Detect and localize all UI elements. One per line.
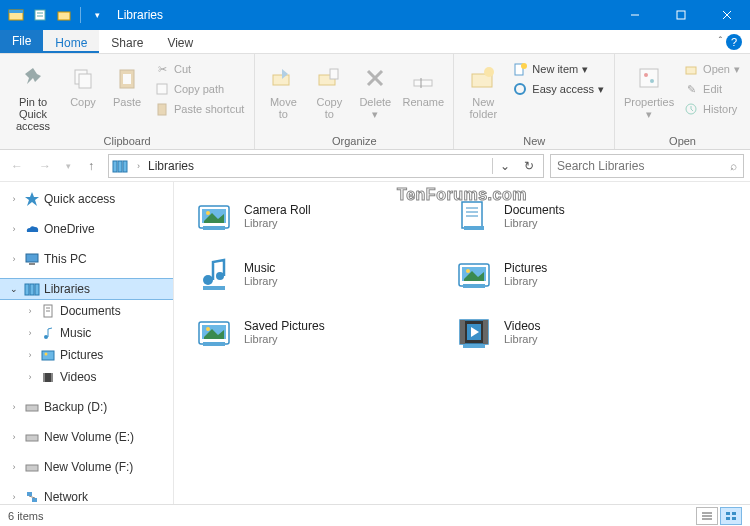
svg-rect-99 <box>463 344 485 348</box>
pin-to-quick-access-button[interactable]: Pin to Quick access <box>6 58 60 132</box>
address-history-button[interactable]: ⌄ <box>497 159 513 173</box>
collapse-ribbon-button[interactable]: ˆ <box>719 36 722 47</box>
tree-backup-d[interactable]: ›Backup (D:) <box>0 396 173 418</box>
copy-path-button[interactable]: Copy path <box>150 80 248 98</box>
paste-button[interactable]: Paste <box>106 58 148 108</box>
new-item-button[interactable]: New item ▾ <box>508 60 608 78</box>
qat-customize-icon[interactable]: ▾ <box>85 3 109 27</box>
tree-lib-videos[interactable]: ›Videos <box>0 366 173 388</box>
tree-newvol-f[interactable]: ›New Volume (F:) <box>0 456 173 478</box>
close-button[interactable] <box>704 0 750 30</box>
cut-button[interactable]: ✂Cut <box>150 60 248 78</box>
tree-this-pc[interactable]: ›This PC <box>0 248 173 270</box>
copy-path-icon <box>154 81 170 97</box>
paste-icon <box>111 62 143 94</box>
nav-recent-button[interactable]: ▾ <box>62 155 74 177</box>
address-bar[interactable]: › Libraries ⌄ ↻ <box>108 154 544 178</box>
view-large-icons-button[interactable] <box>720 507 742 525</box>
tab-home[interactable]: Home <box>43 30 99 53</box>
videos-lib-icon <box>454 312 494 352</box>
saved-pictures-icon <box>194 312 234 352</box>
content-area: ›Quick access ›OneDrive ›This PC ⌄Librar… <box>0 182 750 504</box>
svg-point-57 <box>44 335 48 339</box>
svg-rect-47 <box>123 161 127 172</box>
history-button[interactable]: History <box>679 100 744 118</box>
tree-onedrive[interactable]: ›OneDrive <box>0 218 173 240</box>
svg-rect-106 <box>732 517 736 520</box>
libraries-icon <box>111 157 129 175</box>
qat-newfolder-icon[interactable] <box>52 3 76 27</box>
tab-file[interactable]: File <box>0 30 43 53</box>
help-icon[interactable]: ? <box>726 34 742 50</box>
move-to-icon <box>267 62 299 94</box>
tree-lib-music[interactable]: ›Music <box>0 322 173 344</box>
new-folder-button[interactable]: New folder <box>460 58 506 120</box>
search-input[interactable]: Search Libraries ⌕ <box>550 154 744 178</box>
status-bar: 6 items <box>0 504 750 526</box>
tree-lib-documents[interactable]: ›Documents <box>0 300 173 322</box>
tab-share[interactable]: Share <box>99 30 155 53</box>
explorer-icon <box>4 3 28 27</box>
delete-button[interactable]: Delete▾ <box>353 58 397 120</box>
qat-properties-icon[interactable] <box>28 3 52 27</box>
edit-button[interactable]: ✎Edit <box>679 80 744 98</box>
tree-lib-pictures[interactable]: ›Pictures <box>0 344 173 366</box>
tab-view[interactable]: View <box>155 30 205 53</box>
svg-point-24 <box>484 67 494 77</box>
paste-shortcut-button[interactable]: Paste shortcut <box>150 100 248 118</box>
item-videos[interactable]: VideosLibrary <box>454 312 714 352</box>
item-pictures[interactable]: PicturesLibrary <box>454 254 714 294</box>
easy-access-button[interactable]: Easy access ▾ <box>508 80 608 98</box>
item-saved-pictures[interactable]: Saved PicturesLibrary <box>194 312 454 352</box>
view-details-button[interactable] <box>696 507 718 525</box>
svg-rect-95 <box>460 320 465 344</box>
properties-button[interactable]: Properties▾ <box>621 58 677 120</box>
chevron-right-icon[interactable]: › <box>133 161 144 171</box>
group-label-open: Open <box>621 133 744 147</box>
svg-rect-18 <box>330 69 338 79</box>
item-camera-roll[interactable]: Camera RollLibrary <box>194 196 454 236</box>
move-to-button[interactable]: Move to <box>261 58 305 120</box>
svg-rect-49 <box>26 254 38 262</box>
copy-button[interactable]: Copy <box>62 58 104 108</box>
document-icon <box>39 302 57 320</box>
svg-rect-15 <box>158 104 166 115</box>
camera-roll-icon <box>194 196 234 236</box>
files-pane[interactable]: TenForums.com Camera RollLibrary Documen… <box>174 182 750 504</box>
tree-libraries[interactable]: ⌄Libraries <box>0 278 173 300</box>
network-icon <box>23 488 41 504</box>
svg-point-27 <box>515 84 525 94</box>
open-button[interactable]: Open ▾ <box>679 60 744 78</box>
nav-back-button[interactable]: ← <box>6 155 28 177</box>
svg-rect-46 <box>118 161 122 172</box>
svg-rect-1 <box>9 10 23 13</box>
address-segment[interactable]: Libraries <box>148 159 194 173</box>
svg-rect-65 <box>26 465 38 471</box>
tree-network[interactable]: ›Network <box>0 486 173 504</box>
nav-forward-button[interactable]: → <box>34 155 56 177</box>
svg-rect-66 <box>27 492 32 496</box>
music-icon <box>39 324 57 342</box>
rename-button[interactable]: Rename <box>399 58 447 108</box>
svg-point-81 <box>203 275 213 285</box>
svg-point-92 <box>206 327 210 331</box>
maximize-button[interactable] <box>658 0 704 30</box>
history-icon <box>683 101 699 117</box>
tree-newvol-e[interactable]: ›New Volume (E:) <box>0 426 173 448</box>
item-music[interactable]: MusicLibrary <box>194 254 454 294</box>
svg-rect-83 <box>203 286 225 290</box>
refresh-button[interactable]: ↻ <box>517 159 541 173</box>
tree-quick-access[interactable]: ›Quick access <box>0 188 173 210</box>
nav-up-button[interactable]: ↑ <box>80 155 102 177</box>
drive-icon <box>23 458 41 476</box>
ribbon-tabs: File Home Share View ˆ ? <box>0 30 750 54</box>
minimize-button[interactable] <box>612 0 658 30</box>
item-documents[interactable]: DocumentsLibrary <box>454 196 714 236</box>
ribbon-group-organize: Move to Copy to Delete▾ Rename Organize <box>255 54 454 149</box>
new-item-icon <box>512 61 528 77</box>
copy-to-button[interactable]: Copy to <box>307 58 351 120</box>
svg-marker-48 <box>25 192 39 206</box>
svg-point-74 <box>206 211 210 215</box>
documents-lib-icon <box>454 196 494 236</box>
svg-rect-53 <box>35 284 39 295</box>
